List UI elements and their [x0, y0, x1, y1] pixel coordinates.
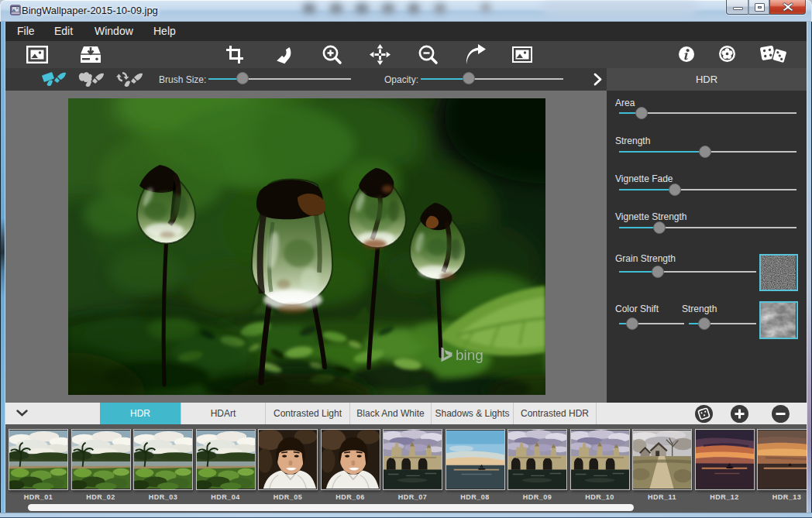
svg-text:bing: bing — [456, 347, 483, 363]
